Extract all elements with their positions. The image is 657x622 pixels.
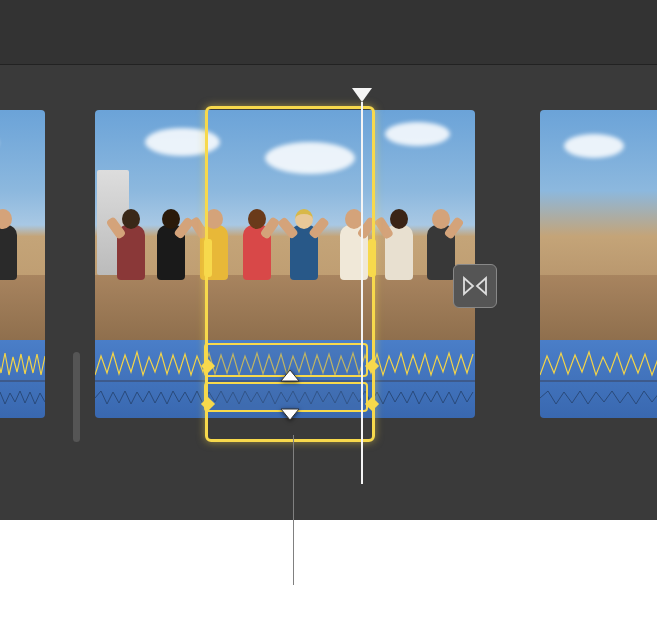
waveform-icon [540, 386, 657, 410]
playhead-marker-icon [352, 88, 372, 102]
waveform-icon [540, 348, 657, 378]
timeline-clip[interactable] [95, 110, 475, 430]
clip-audio-track[interactable] [540, 340, 657, 418]
timeline-clip[interactable] [540, 110, 657, 430]
clip-audio-track[interactable] [95, 340, 475, 418]
clip-thumbnail [540, 110, 657, 340]
audio-selection-lower[interactable] [204, 382, 368, 412]
clip-thumbnail [0, 110, 45, 340]
clip-audio-track[interactable] [0, 340, 45, 418]
transition-icon [462, 276, 488, 296]
scroll-handle[interactable] [73, 352, 80, 442]
waveform-icon [0, 386, 45, 410]
video-editor-panel [0, 0, 657, 520]
timeline[interactable] [0, 110, 657, 440]
transition-button[interactable] [453, 264, 497, 308]
callout-leader-line [293, 435, 294, 585]
timeline-clip[interactable] [0, 110, 45, 430]
clip-thumbnail [95, 110, 475, 340]
editor-toolbar [0, 0, 657, 65]
audio-selection-upper[interactable] [204, 343, 368, 377]
waveform-icon [0, 348, 45, 378]
